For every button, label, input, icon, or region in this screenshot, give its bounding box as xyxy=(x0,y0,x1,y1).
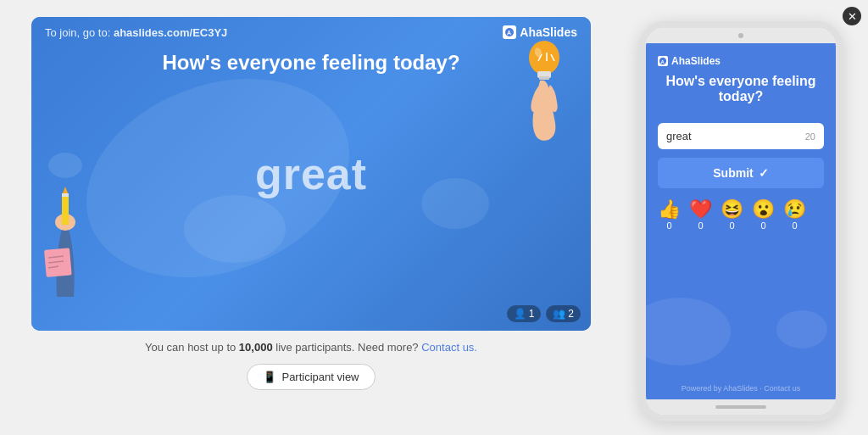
phone-notch xyxy=(646,28,836,43)
logo-icon: A xyxy=(503,25,516,39)
phone-powered-by: Powered by AhaSlides · Contact us xyxy=(646,384,836,393)
laugh-emoji: 😆 xyxy=(721,200,743,219)
svg-rect-4 xyxy=(539,76,549,80)
checkmark-icon: ✓ xyxy=(759,166,769,180)
reaction-thumbsup[interactable]: 👍 0 xyxy=(658,200,681,231)
blob-decoration-4 xyxy=(48,153,82,178)
laugh-count: 0 xyxy=(729,220,734,231)
phone-char-count: 20 xyxy=(805,131,815,142)
wow-emoji: 😮 xyxy=(752,200,775,219)
wow-count: 0 xyxy=(760,220,765,231)
reaction-sad[interactable]: 😢 0 xyxy=(783,200,806,231)
close-button[interactable]: ✕ xyxy=(843,7,861,25)
svg-text:A: A xyxy=(507,30,511,36)
phone-home-indicator xyxy=(715,405,766,409)
slide-container: To join, go to: ahaslides.com/EC3YJ A Ah… xyxy=(31,17,591,331)
participant-badge: 👤 1 xyxy=(507,305,542,322)
svg-rect-10 xyxy=(62,195,69,225)
phone-reactions: 👍 0 ❤️ 0 😆 0 😮 0 😢 0 xyxy=(658,200,824,231)
reaction-heart[interactable]: ❤️ 0 xyxy=(689,200,712,231)
phone-bottom-bar xyxy=(646,399,836,415)
reaction-wow[interactable]: 😮 0 xyxy=(752,200,775,231)
slide-title: How's everyone feeling today? xyxy=(31,51,591,75)
slide-badges: 👤 1 👥 2 xyxy=(507,305,581,322)
phone-input-field[interactable]: great 20 xyxy=(658,123,824,149)
phone-input-value: great xyxy=(666,130,692,142)
sad-count: 0 xyxy=(792,220,797,231)
phone-blob-1 xyxy=(646,298,731,365)
phone-title: How's everyone feeling today? xyxy=(658,74,824,104)
phone-frame: A AhaSlides How's everyone feeling today… xyxy=(639,21,843,421)
svg-rect-12 xyxy=(62,193,69,197)
phone-notch-dot xyxy=(738,33,743,38)
info-bar: You can host up to 10,000 live participa… xyxy=(145,341,477,354)
contact-us-link[interactable]: Contact us. xyxy=(421,341,477,354)
blob-decoration-3 xyxy=(421,178,489,229)
thumbsup-emoji: 👍 xyxy=(658,200,681,219)
phone-screen: A AhaSlides How's everyone feeling today… xyxy=(646,43,836,399)
participant-limit: 10,000 xyxy=(239,341,273,354)
users-badge: 👥 2 xyxy=(546,305,581,322)
blob-decoration-2 xyxy=(184,195,286,263)
sad-emoji: 😢 xyxy=(783,200,806,219)
slide-topbar: To join, go to: ahaslides.com/EC3YJ A Ah… xyxy=(31,17,591,47)
phone-submit-button[interactable]: Submit ✓ xyxy=(658,158,824,188)
participant-view-button[interactable]: 📱 Participant view xyxy=(247,364,375,390)
person-icon: 👤 xyxy=(514,308,526,320)
phone-screen-top: A AhaSlides How's everyone feeling today… xyxy=(646,43,836,123)
heart-count: 0 xyxy=(698,220,703,231)
join-url: ahaslides.com/EC3YJ xyxy=(114,26,227,39)
word-display: great xyxy=(255,148,367,199)
phone-blob-2 xyxy=(776,310,827,349)
svg-rect-13 xyxy=(44,248,72,276)
phone-logo-icon: A xyxy=(658,56,668,66)
main-area: To join, go to: ahaslides.com/EC3YJ A Ah… xyxy=(0,0,622,435)
phone-logo: A AhaSlides xyxy=(658,55,824,67)
reaction-laugh[interactable]: 😆 0 xyxy=(721,200,743,231)
users-icon: 👥 xyxy=(553,308,565,320)
phone-area: ✕ A AhaSlides xyxy=(622,0,868,435)
hand-pencil-illustration xyxy=(31,187,99,297)
thumbsup-count: 0 xyxy=(666,220,671,231)
mobile-icon: 📱 xyxy=(263,371,276,383)
join-text: To join, go to: ahaslides.com/EC3YJ xyxy=(45,26,227,39)
ahaslides-logo: A AhaSlides xyxy=(503,25,577,39)
heart-emoji: ❤️ xyxy=(689,200,712,219)
slide-background: To join, go to: ahaslides.com/EC3YJ A Ah… xyxy=(31,17,591,331)
